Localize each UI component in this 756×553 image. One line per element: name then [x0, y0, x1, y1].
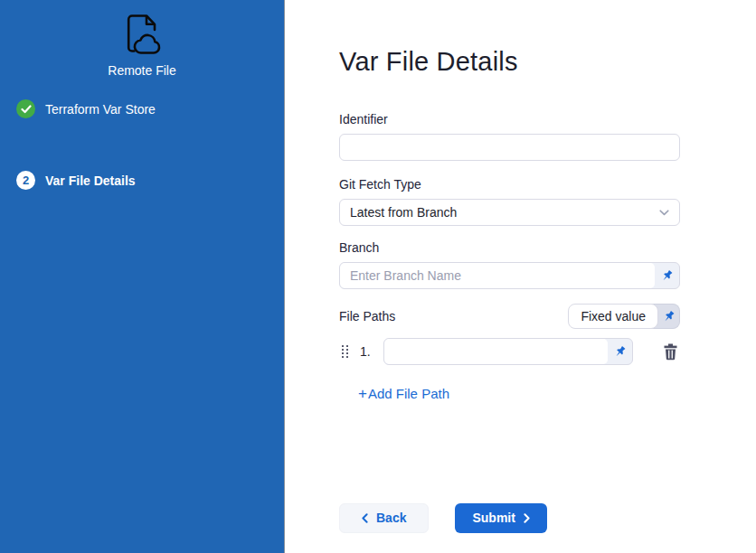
chevron-left-icon — [362, 513, 368, 523]
git-fetch-type-select[interactable]: Latest from Branch — [339, 199, 680, 226]
identifier-field-group: Identifier — [339, 112, 680, 161]
git-fetch-type-label: Git Fetch Type — [339, 177, 680, 192]
identifier-label: Identifier — [339, 112, 680, 127]
add-file-path-link[interactable]: + Add File Path — [358, 386, 449, 401]
plus-icon: + — [358, 388, 367, 400]
branch-label: Branch — [339, 240, 680, 255]
submit-button[interactable]: Submit — [455, 503, 546, 533]
file-path-row: 1. — [339, 338, 680, 365]
chevron-down-icon — [659, 210, 669, 216]
var-file-wizard: Remote File Terraform Var Store 2 Var Fi… — [0, 0, 756, 553]
branch-field-group: Branch — [339, 240, 680, 289]
wizard-footer: Back Submit — [339, 503, 680, 533]
step-number-badge: 2 — [16, 171, 35, 190]
branch-input-wrapper — [339, 262, 680, 289]
identifier-input[interactable] — [339, 134, 680, 161]
git-fetch-type-value: Latest from Branch — [350, 205, 659, 220]
branch-input[interactable] — [340, 263, 655, 288]
step-complete-check-icon — [16, 99, 35, 118]
file-path-input[interactable] — [384, 339, 608, 364]
file-path-pin-icon[interactable] — [608, 339, 632, 364]
file-path-row-index: 1. — [360, 344, 373, 359]
file-path-input-wrapper — [383, 338, 633, 365]
sidebar-step-var-file-details[interactable]: 2 Var File Details — [0, 171, 284, 190]
file-paths-value-type-group: Fixed value — [568, 304, 680, 329]
remote-file-icon — [118, 11, 166, 58]
add-file-path-label: Add File Path — [368, 386, 449, 401]
step-label: Var File Details — [45, 173, 136, 188]
file-paths-header: File Paths Fixed value — [339, 304, 680, 329]
wizard-sidebar: Remote File Terraform Var Store 2 Var Fi… — [0, 0, 285, 553]
fixed-value-button[interactable]: Fixed value — [568, 304, 658, 329]
branch-pin-icon[interactable] — [655, 263, 679, 288]
step-label: Terraform Var Store — [45, 102, 156, 117]
git-fetch-type-field-group: Git Fetch Type Latest from Branch — [339, 177, 680, 226]
delete-file-path-button[interactable] — [661, 342, 680, 362]
sidebar-step-terraform-var-store[interactable]: Terraform Var Store — [0, 99, 284, 118]
store-type-label: Remote File — [0, 63, 284, 78]
submit-button-label: Submit — [472, 511, 515, 525]
page-title: Var File Details — [339, 45, 756, 78]
var-file-details-panel: Var File Details Identifier Git Fetch Ty… — [286, 0, 756, 553]
file-paths-label: File Paths — [339, 309, 395, 323]
store-type-header: Remote File — [0, 0, 284, 78]
var-file-form: Identifier Git Fetch Type Latest from Br… — [339, 112, 680, 533]
drag-handle-icon[interactable] — [342, 345, 348, 358]
trash-icon — [663, 343, 678, 361]
back-button[interactable]: Back — [339, 503, 429, 533]
back-button-label: Back — [376, 511, 406, 525]
chevron-right-icon — [524, 513, 530, 523]
